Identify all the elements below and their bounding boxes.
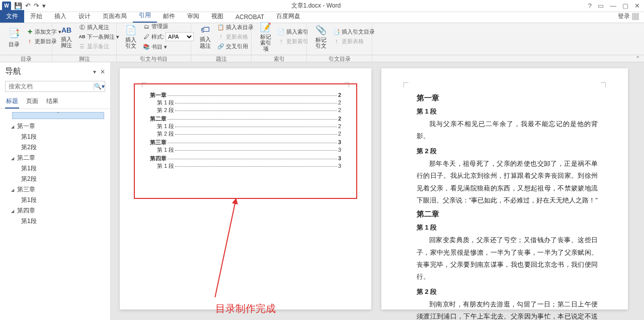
heading-2: 第 1 段	[417, 223, 598, 232]
tab-insert[interactable]: 插入	[48, 10, 72, 23]
redo-icon[interactable]: ↷	[34, 2, 39, 10]
mark-index-entry-button[interactable]: 📝 标记索引项	[256, 25, 276, 48]
nav-outline-item[interactable]: 第二章	[3, 153, 107, 163]
cross-ref-icon: 🔗	[217, 43, 224, 50]
heading-1: 第二章	[417, 209, 598, 219]
insert-citation-button[interactable]: 📄 插入引文	[121, 25, 141, 48]
workspace: 导航 ▾✕ 🔍▾ 标题 页面 结果 第一章第1段第2段第二章第1段第2段第三章第…	[0, 62, 644, 320]
nav-outline-item[interactable]: 第1段	[3, 163, 107, 174]
tab-view[interactable]: 视图	[205, 10, 229, 23]
save-icon[interactable]: 💾	[14, 2, 22, 10]
help-icon[interactable]: ?	[588, 2, 592, 10]
window-title: 文章1.docx - Word	[48, 2, 584, 10]
nav-outline-item[interactable]: 第三章	[3, 184, 107, 195]
tab-references[interactable]: 引用	[133, 9, 157, 23]
tab-mailings[interactable]: 邮件	[157, 10, 181, 23]
endnote-icon: Ⓔ	[78, 24, 86, 31]
footnote-icon: AB	[59, 25, 73, 35]
update-icon: !	[26, 38, 33, 45]
nav-outline-item[interactable]: 第1段	[3, 132, 107, 142]
nav-tabs: 标题 页面 结果	[0, 95, 110, 109]
paragraph: 那年冬天，祖母死了，父亲的差使也交卸了，正是祸不单行的日子。我从北京到徐州，打算…	[417, 158, 598, 207]
nav-search-box[interactable]: 🔍▾	[5, 81, 105, 92]
nav-outline-item[interactable]: 第2段	[3, 142, 107, 153]
caption-icon: 🏷	[198, 25, 212, 35]
nav-outline-item[interactable]: 第2段	[3, 174, 107, 184]
citation-icon: 📄	[124, 25, 138, 36]
tab-design[interactable]: 设计	[72, 10, 97, 23]
insert-toa-button[interactable]: 📑插入引文目录	[331, 28, 377, 36]
tab-baidu[interactable]: 百度网盘	[270, 10, 306, 23]
close-icon[interactable]: ✕	[634, 2, 640, 10]
customize-qat-icon[interactable]: ▾	[42, 2, 46, 10]
show-notes-button[interactable]: ☰显示备注	[76, 42, 121, 51]
nav-options-icon[interactable]: ▾	[93, 68, 96, 75]
nav-tab-pages[interactable]: 页面	[25, 95, 39, 109]
navigation-pane: 导航 ▾✕ 🔍▾ 标题 页面 结果 第一章第1段第2段第二章第1段第2段第三章第…	[0, 62, 111, 320]
toc-row: 第四章3	[150, 155, 341, 162]
style-icon: 🖊	[143, 33, 150, 40]
tof-icon: 📋	[217, 24, 224, 31]
nav-search-input[interactable]	[6, 83, 94, 90]
update-index-button[interactable]: !更新索引	[276, 37, 310, 46]
next-footnote-icon: AB	[78, 33, 86, 40]
insert-index-button[interactable]: 📄插入索引	[276, 28, 310, 36]
nav-outline-item[interactable]: 第1段	[3, 195, 107, 205]
toc-row: 第 1 段3	[150, 162, 341, 170]
manage-sources-button[interactable]: 🗂管理源	[141, 22, 196, 31]
update-toa-button[interactable]: !更新表格	[331, 37, 377, 46]
nav-outline-item[interactable]: 第四章	[3, 205, 107, 216]
show-notes-icon: ☰	[78, 43, 86, 50]
minimize-icon[interactable]: —	[610, 2, 616, 10]
bibliography-button[interactable]: 📚书目 ▾	[141, 43, 196, 51]
insert-table-of-figures-button[interactable]: 📋插入表目录	[215, 23, 256, 32]
ribbon-options-icon[interactable]: ▭	[598, 2, 604, 10]
nav-close-icon[interactable]: ✕	[100, 68, 105, 75]
tab-home[interactable]: 开始	[24, 10, 48, 23]
next-footnote-button[interactable]: AB下一条脚注 ▾	[76, 33, 121, 41]
toc-row: 第 2 段2	[150, 130, 341, 138]
document-body: 第一章 第 1 段 我与父亲不相见已二年余了，我最不能忘记的是他的背影。 第 2…	[417, 90, 598, 320]
page-2: 第一章 第 1 段 我与父亲不相见已二年余了，我最不能忘记的是他的背影。 第 2…	[381, 68, 628, 309]
search-icon[interactable]: 🔍▾	[94, 83, 105, 90]
nav-outline-item[interactable]: 第1段	[3, 216, 107, 227]
toc-row: 第 1 段2	[150, 99, 341, 106]
word-app-icon: W	[2, 2, 11, 11]
nav-outline-item[interactable]: 第一章	[3, 121, 107, 132]
collapse-ribbon-icon[interactable]: ⌃	[372, 55, 644, 62]
page-1: 第一章2第 1 段2第 2 段2第二章2第 1 段2第 2 段2第三章3第 1 …	[120, 68, 371, 309]
update-tof-button[interactable]: !更新表格	[215, 33, 256, 41]
bibliography-icon: 📚	[143, 44, 150, 51]
nav-tab-results[interactable]: 结果	[45, 95, 59, 109]
tab-acrobat[interactable]: ACROBAT	[229, 12, 270, 23]
paragraph: 回家变卖典质，父亲还了亏空；又借钱办了丧事。这些日子，家中光景很是惨澹，一半为了…	[417, 234, 598, 283]
manage-sources-icon: 🗂	[143, 23, 150, 30]
citation-style-select[interactable]: 🖊样式: APA	[141, 32, 196, 42]
toc-row: 第二章2	[150, 115, 341, 123]
tab-review[interactable]: 审阅	[181, 10, 205, 23]
insert-endnote-button[interactable]: Ⓔ插入尾注	[76, 23, 121, 32]
heading-1: 第一章	[417, 93, 598, 103]
nav-tab-headings[interactable]: 标题	[5, 95, 19, 109]
nav-current-pos[interactable]	[12, 112, 104, 119]
avatar-icon	[632, 13, 639, 20]
annotation-caption: 目录制作完成	[215, 302, 276, 315]
document-area[interactable]: 第一章2第 1 段2第 2 段2第二章2第 1 段2第 2 段2第三章3第 1 …	[111, 62, 644, 320]
paragraph: 我与父亲不相见已二年余了，我最不能忘记的是他的背影。	[417, 118, 598, 143]
update-index-icon: !	[278, 38, 285, 45]
undo-icon[interactable]: ↶	[25, 2, 31, 10]
tab-layout[interactable]: 页面布局	[97, 10, 133, 23]
restore-icon[interactable]: ▢	[622, 2, 628, 10]
heading-2: 第 1 段	[417, 107, 598, 116]
nav-title: 导航	[5, 66, 21, 77]
insert-footnote-button[interactable]: AB 插入脚注	[56, 25, 76, 48]
index-entry-icon: 📝	[259, 22, 273, 33]
cross-reference-button[interactable]: 🔗交叉引用	[215, 42, 256, 51]
mark-citation-button[interactable]: 📎 标记引文	[311, 25, 331, 48]
toc-button[interactable]: 📑 目录	[4, 25, 24, 48]
citation-style-dropdown[interactable]: APA	[166, 32, 194, 41]
annotation-arrow	[214, 199, 236, 297]
insert-caption-button[interactable]: 🏷 插入题注	[195, 25, 215, 48]
tab-file[interactable]: 文件	[0, 10, 24, 23]
sign-in-button[interactable]: 登录	[613, 10, 644, 23]
